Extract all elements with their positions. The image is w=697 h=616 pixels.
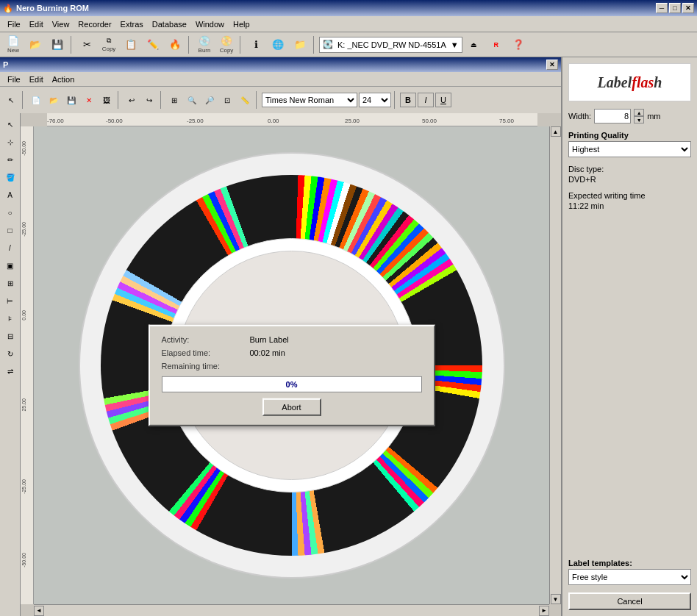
drive-label: K: _NEC DVD_RW ND-4551A [335, 40, 449, 49]
drawing-canvas[interactable]: Activity: Burn Label Elapsed time: 00:02… [34, 126, 549, 604]
line-tool[interactable]: / [2, 240, 18, 256]
label-templates-select[interactable]: Free style [568, 569, 691, 585]
eject-button[interactable]: ⏏ [464, 35, 485, 54]
properties-button[interactable]: ✏️ [143, 35, 163, 54]
open-button[interactable]: 📂 [25, 35, 46, 54]
pencil-tool[interactable]: ✏ [2, 151, 18, 168]
width-input[interactable] [594, 109, 631, 123]
width-spinner: ▲ ▼ [634, 109, 644, 123]
burn-copy-icon: 📀 [221, 35, 232, 46]
inner-save-btn[interactable]: 💾 [63, 92, 79, 108]
underline-button[interactable]: U [435, 93, 451, 107]
horizontal-scrollbar[interactable]: ◄ ► [34, 604, 549, 616]
inner-app-window: P ✕ File Edit Action ↖ 📄 📂 💾 ✕ 🖼 ↩ ↪ ⊞ [0, 57, 561, 616]
text-tool[interactable]: A [2, 187, 18, 203]
width-increment[interactable]: ▲ [634, 109, 644, 116]
title-bar: 🔥 Nero Burning ROM ─ □ ✕ [0, 0, 697, 16]
folder-button[interactable]: 📁 [290, 35, 310, 54]
inner-menu-edit[interactable]: Edit [25, 74, 48, 85]
folder-icon: 📁 [294, 39, 306, 50]
main-container: P ✕ File Edit Action ↖ 📄 📂 💾 ✕ 🖼 ↩ ↪ ⊞ [0, 57, 697, 616]
pointer-tool[interactable]: ↖ [2, 116, 18, 132]
paste-button[interactable]: 📋 [121, 35, 141, 54]
ruler-horizontal: -76.00 -50.00 -25.00 0.00 25.00 50.00 75… [47, 113, 537, 126]
info-button[interactable]: ℹ [246, 35, 266, 54]
inner-menu-file[interactable]: File [3, 74, 25, 85]
menu-edit[interactable]: Edit [25, 18, 48, 30]
scroll-up-arrow[interactable]: ▲ [551, 126, 561, 137]
minimize-button[interactable]: ─ [656, 3, 668, 13]
inner-open-btn[interactable]: 📂 [46, 92, 62, 108]
drive-icon: 💽 [323, 40, 333, 49]
mirror-tool[interactable]: ⇌ [2, 363, 18, 379]
inner-zoom-in[interactable]: 🔍 [184, 92, 200, 108]
menu-window[interactable]: Window [191, 18, 229, 30]
activity-row: Activity: Burn Label [162, 335, 422, 344]
burn-copy-button[interactable]: 📀 Copy [216, 35, 237, 54]
nero-icon-button[interactable]: 🔥 [165, 35, 185, 54]
crop-tool[interactable]: ⊹ [2, 134, 18, 150]
font-select[interactable]: Times New Roman [262, 93, 357, 107]
rect-tool[interactable]: □ [2, 222, 18, 238]
record-button[interactable]: R [486, 35, 507, 54]
inner-select-all[interactable]: ⊞ [166, 92, 182, 108]
ungroup-tool[interactable]: ⊞ [2, 275, 18, 291]
rotate-tool[interactable]: ↻ [2, 345, 18, 362]
inner-zoom-out[interactable]: 🔎 [201, 92, 218, 108]
inner-fit[interactable]: ⊡ [219, 92, 235, 108]
cut-button[interactable]: ✂ [76, 35, 97, 54]
circle-tool[interactable]: ○ [2, 204, 18, 221]
width-decrement[interactable]: ▼ [634, 116, 644, 123]
menu-extras[interactable]: Extras [116, 18, 148, 30]
close-button[interactable]: ✕ [682, 3, 694, 13]
bold-button[interactable]: B [400, 93, 416, 107]
new-button[interactable]: 📄 New [3, 35, 24, 54]
open-icon: 📂 [29, 39, 41, 50]
italic-button[interactable]: I [418, 93, 434, 107]
fill-tool[interactable]: 🪣 [2, 169, 18, 185]
burn-button[interactable]: 💿 Burn [194, 35, 215, 54]
menu-help[interactable]: Help [229, 18, 254, 30]
canvas-area: -76.00 -50.00 -25.00 0.00 25.00 50.00 75… [21, 113, 561, 616]
labelflas-logo: Labelflash [568, 63, 691, 101]
inner-tmpl-btn[interactable]: 🖼 [99, 92, 115, 108]
align-left-tool[interactable]: ⊨ [2, 293, 18, 309]
drive-selector[interactable]: 💽 K: _NEC DVD_RW ND-4551A ▼ [319, 37, 462, 53]
menu-database[interactable]: Database [148, 18, 191, 30]
align-right-tool[interactable]: ⊧ [2, 310, 18, 326]
inner-redo-btn[interactable]: ↪ [141, 92, 157, 108]
inner-undo-btn[interactable]: ↩ [124, 92, 140, 108]
printing-quality-select[interactable]: Highest High Normal Low [568, 141, 691, 157]
select-tool[interactable]: ↖ [3, 92, 19, 108]
vertical-scrollbar[interactable]: ▲ ▼ [549, 126, 561, 604]
group-tool[interactable]: ▣ [2, 257, 18, 273]
font-size-select[interactable]: 24 [359, 93, 391, 107]
nero-web-button[interactable]: 🌐 [268, 35, 288, 54]
maximize-button[interactable]: □ [669, 3, 681, 13]
scroll-left-arrow[interactable]: ◄ [34, 606, 44, 616]
expected-writing-time-label: Expected writing time [568, 191, 691, 200]
window-controls: ─ □ ✕ [656, 3, 694, 13]
menu-file[interactable]: File [3, 18, 25, 30]
elapsed-time-row: Elapsed time: 00:02 min [162, 348, 422, 357]
menu-recorder[interactable]: Recorder [74, 18, 115, 30]
disc-type-label: Disc type: [568, 165, 691, 173]
cancel-button[interactable]: Cancel [568, 592, 691, 610]
copy-button[interactable]: ⧉ Copy [99, 35, 119, 54]
abort-button[interactable]: Abort [262, 398, 321, 416]
inner-new-btn[interactable]: 📄 [28, 92, 44, 108]
nero-help-button[interactable]: ❓ [508, 35, 529, 54]
distribute-tool[interactable]: ⊟ [2, 328, 18, 344]
progress-bar: 0% [162, 376, 422, 393]
properties-icon: ✏️ [147, 39, 159, 50]
scroll-right-arrow[interactable]: ► [539, 606, 549, 616]
menu-view[interactable]: View [48, 18, 74, 30]
inner-menu-action[interactable]: Action [48, 74, 79, 85]
dialog-button-row: Abort [162, 398, 422, 416]
save-button[interactable]: 💾 [47, 35, 68, 54]
inner-ruler[interactable]: 📏 [237, 92, 253, 108]
inner-del-btn[interactable]: ✕ [81, 92, 97, 108]
toolbar-separator-4 [313, 36, 316, 54]
scroll-down-arrow[interactable]: ▼ [551, 594, 561, 604]
inner-close-button[interactable]: ✕ [546, 60, 558, 70]
